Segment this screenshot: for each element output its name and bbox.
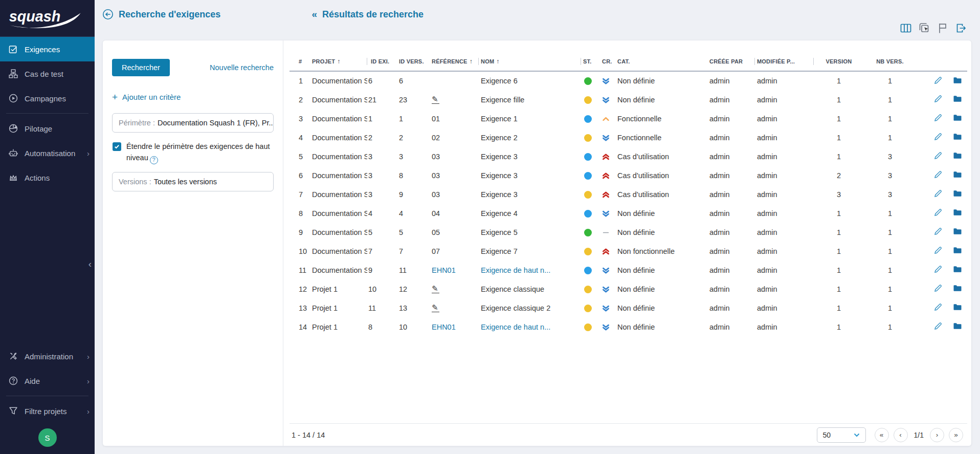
last-page-button[interactable]: » — [949, 428, 963, 442]
page-size-select[interactable]: 50 — [817, 427, 866, 443]
edit-requirement-icon[interactable] — [933, 113, 943, 122]
show-in-tree-folder-icon[interactable] — [953, 265, 962, 274]
edit-requirement-icon[interactable] — [933, 76, 943, 85]
search-button[interactable]: Rechercher — [112, 59, 170, 76]
back-button[interactable] — [102, 9, 114, 20]
column-header-idexi[interactable]: ID EXI. — [367, 56, 397, 71]
table-row[interactable]: 12Projet 11012✎Exigence classiqueNon déf… — [289, 279, 967, 298]
table-row[interactable]: 6Documentation S...3803Exigence 3Cas d'u… — [289, 166, 967, 185]
column-header-idvers[interactable]: ID VERS. — [397, 56, 428, 71]
table-row[interactable]: 9Documentation S...5505Exigence 5Non déf… — [289, 223, 967, 242]
add-criterion-button[interactable]: + Ajouter un critère — [112, 92, 274, 102]
columns-icon[interactable] — [900, 23, 911, 34]
show-in-tree-folder-icon[interactable] — [953, 151, 962, 160]
table-row[interactable]: 14Projet 1810EHN01Exigence de haut n...N… — [289, 317, 967, 336]
show-in-tree-folder-icon[interactable] — [953, 246, 962, 255]
table-row[interactable]: 1Documentation S...66Exigence 6Non défin… — [289, 71, 967, 90]
table-row[interactable]: 3Documentation S...1101Exigence 1Fonctio… — [289, 109, 967, 128]
requirement-link[interactable]: Exigence de haut n... — [481, 323, 550, 331]
sidebar-item-filtre-projets[interactable]: Filtre projets› — [0, 399, 95, 423]
user-avatar[interactable]: S — [38, 428, 57, 447]
show-in-tree-folder-icon[interactable] — [953, 321, 962, 331]
edit-requirement-icon[interactable] — [933, 94, 943, 103]
first-page-button[interactable]: « — [875, 428, 889, 442]
help-icon[interactable]: ? — [150, 156, 158, 164]
column-header-projet[interactable]: PROJET↑ — [310, 56, 367, 71]
table-row[interactable]: 13Projet 11113✎Exigence classique 2Non d… — [289, 298, 967, 317]
column-header-nbvers[interactable]: NB VERS. — [864, 56, 916, 71]
sidebar-collapse-icon[interactable]: ‹ — [88, 258, 92, 270]
sidebar-item-label: Actions — [25, 174, 50, 182]
sidebar-item-exigences[interactable]: Exigences — [0, 37, 95, 61]
requirement-link[interactable]: Exigence de haut n... — [481, 266, 550, 274]
cell-nom: Exigence 1 — [479, 109, 581, 128]
edit-requirement-icon[interactable] — [933, 170, 943, 179]
column-header-actions[interactable] — [916, 56, 967, 71]
column-label: # — [299, 58, 302, 64]
reference-link[interactable]: EHN01 — [432, 266, 456, 274]
column-header-cat[interactable]: CAT. — [615, 56, 707, 71]
cell-idvers: 23 — [397, 90, 428, 109]
column-header-creee[interactable]: CRÉÉE PAR — [707, 56, 755, 71]
sidebar-item-actions[interactable]: Actions — [0, 165, 95, 190]
column-header-modif[interactable]: MODIFIÉE P... — [755, 56, 814, 71]
cell-projet: Documentation S... — [310, 147, 367, 166]
edit-requirement-icon[interactable] — [933, 132, 943, 141]
prev-page-button[interactable]: ‹ — [894, 428, 908, 442]
show-in-tree-folder-icon[interactable] — [953, 76, 962, 85]
versions-field[interactable]: Versions : Toutes les versions — [112, 172, 274, 191]
show-in-tree-folder-icon[interactable] — [953, 284, 962, 293]
table-row[interactable]: 5Documentation S...3303Exigence 3Cas d'u… — [289, 147, 967, 166]
edit-reference-icon[interactable]: ✎ — [432, 304, 439, 313]
edit-requirement-icon[interactable] — [933, 321, 943, 331]
show-in-tree-folder-icon[interactable] — [953, 208, 962, 217]
cell-cr — [600, 128, 615, 147]
column-header-ref[interactable]: RÉFÉRENCE↑ — [428, 56, 479, 71]
column-header-version[interactable]: VERSION — [814, 56, 864, 71]
new-search-link[interactable]: Nouvelle recherche — [210, 63, 274, 72]
perimeter-field[interactable]: Périmètre : Documentation Squash 1 (FR),… — [112, 113, 274, 133]
extend-scope-checkbox[interactable] — [113, 142, 121, 151]
table-row[interactable]: 4Documentation S...2202Exigence 2Fonctio… — [289, 128, 967, 147]
show-in-tree-folder-icon[interactable] — [953, 189, 962, 198]
table-row[interactable]: 10Documentation S...7707Exigence 7Non fo… — [289, 242, 967, 261]
show-in-tree-folder-icon[interactable] — [953, 302, 962, 312]
sidebar-item-aide[interactable]: Aide› — [0, 369, 95, 393]
edit-requirement-icon[interactable] — [933, 246, 943, 255]
edit-requirement-icon[interactable] — [933, 284, 943, 293]
edit-requirement-icon[interactable] — [933, 227, 943, 236]
edit-requirement-icon[interactable] — [933, 189, 943, 198]
sidebar-item-administration[interactable]: Administration› — [0, 344, 95, 369]
show-in-tree-folder-icon[interactable] — [953, 94, 962, 103]
sidebar-item-cas-de-test[interactable]: Cas de test — [0, 61, 95, 86]
edit-reference-icon[interactable]: ✎ — [432, 95, 439, 104]
show-in-tree-folder-icon[interactable] — [953, 227, 962, 236]
edit-reference-icon[interactable]: ✎ — [432, 285, 439, 294]
sidebar-item-automatisation[interactable]: Automatisation› — [0, 141, 95, 165]
collapse-panel-icon[interactable]: « — [311, 9, 317, 20]
multi-select-icon[interactable] — [919, 23, 930, 34]
edit-requirement-icon[interactable] — [933, 151, 943, 160]
sidebar-item-campagnes[interactable]: Campagnes — [0, 86, 95, 111]
flag-icon[interactable] — [937, 23, 948, 34]
squash-logo[interactable]: squash — [0, 0, 95, 37]
table-row[interactable]: 2Documentation S...2123✎Exigence filleNo… — [289, 90, 967, 109]
edit-requirement-icon[interactable] — [933, 208, 943, 217]
edit-requirement-icon[interactable] — [933, 265, 943, 274]
show-in-tree-folder-icon[interactable] — [953, 113, 962, 122]
column-header-nom[interactable]: NOM↑ — [479, 56, 581, 71]
column-label: ST. — [583, 58, 592, 64]
column-header-cr[interactable]: CR. — [600, 56, 615, 71]
sidebar-item-pilotage[interactable]: Pilotage — [0, 116, 95, 141]
table-row[interactable]: 8Documentation S...4404Exigence 4Non déf… — [289, 204, 967, 223]
show-in-tree-folder-icon[interactable] — [953, 132, 962, 141]
column-header-num[interactable]: # — [289, 56, 310, 71]
column-header-st[interactable]: ST. — [581, 56, 600, 71]
table-row[interactable]: 7Documentation S...3903Exigence 3Cas d'u… — [289, 185, 967, 204]
export-icon[interactable] — [955, 23, 967, 34]
show-in-tree-folder-icon[interactable] — [953, 170, 962, 179]
table-row[interactable]: 11Documentation S...911EHN01Exigence de … — [289, 261, 967, 279]
next-page-button[interactable]: › — [930, 428, 944, 442]
reference-link[interactable]: EHN01 — [432, 323, 456, 331]
edit-requirement-icon[interactable] — [933, 302, 943, 312]
